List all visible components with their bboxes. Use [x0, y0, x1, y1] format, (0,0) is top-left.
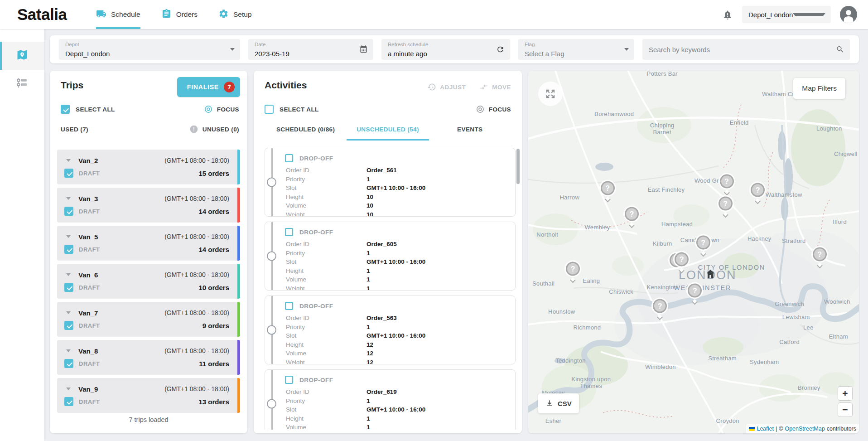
leaflet-link[interactable]: Leaflet: [757, 426, 774, 432]
depot-filter-select[interactable]: Depot Depot_London: [59, 39, 240, 60]
map-filters-button[interactable]: Map Filters: [793, 78, 845, 99]
map-marker[interactable]: ?: [599, 181, 616, 202]
activities-scrollbar-thumb[interactable]: [516, 149, 520, 184]
trip-checkbox[interactable]: [64, 283, 73, 292]
tab-events[interactable]: EVENTS: [429, 120, 511, 141]
activity-card[interactable]: DROP-OFFOrder IDOrder_605Priority1SlotGM…: [265, 222, 516, 291]
trip-checkbox[interactable]: [64, 359, 73, 368]
trip-row[interactable]: Van_9(GMT+1 08:00 - 18:00)DRAFT13 orders: [57, 378, 240, 413]
sidebar-item-map-view[interactable]: [0, 42, 44, 70]
question-marker-icon: ?: [653, 299, 667, 313]
activity-card[interactable]: DROP-OFFOrder IDOrder_563Priority1SlotGM…: [265, 296, 516, 364]
activity-field-row: Volume10: [286, 201, 515, 210]
trip-expand-caret-icon[interactable]: [66, 311, 71, 314]
field-value: 12: [366, 340, 373, 349]
trip-checkbox[interactable]: [64, 321, 73, 330]
map-marker[interactable]: ?: [652, 299, 668, 320]
tab-scheduled[interactable]: SCHEDULED (0/86): [265, 120, 347, 141]
question-marker-icon: ?: [696, 236, 710, 250]
activity-card[interactable]: DROP-OFFOrder IDOrder_619Priority1SlotGM…: [265, 369, 516, 430]
refresh-icon[interactable]: [496, 45, 505, 54]
timeline-node: [267, 252, 276, 261]
trip-expand-caret-icon[interactable]: [66, 349, 71, 352]
trip-checkbox[interactable]: [64, 245, 73, 254]
trip-checkbox[interactable]: [64, 397, 73, 406]
tab-unscheduled[interactable]: UNSCHEDULED (54): [347, 120, 429, 141]
csv-export-button[interactable]: CSV: [538, 393, 579, 413]
clipboard-icon: [161, 9, 172, 21]
trip-status-badge: DRAFT: [79, 322, 100, 329]
activities-select-all-checkbox[interactable]: [265, 105, 274, 114]
question-marker-icon: ?: [719, 197, 733, 211]
filter-bar: Depot Depot_London Date 2023-05-19 Refre…: [50, 35, 859, 63]
trip-status-badge: DRAFT: [79, 284, 100, 291]
map-marker[interactable]: ?: [811, 247, 828, 268]
date-filter-field[interactable]: Date 2023-05-19: [248, 39, 373, 60]
map-marker[interactable]: ?: [565, 262, 581, 282]
trips-list: Van_2(GMT+1 08:00 - 18:00)DRAFT15 orders…: [57, 150, 240, 413]
trip-expand-caret-icon[interactable]: [66, 235, 71, 238]
trip-checkbox[interactable]: [64, 207, 73, 216]
map-marker[interactable]: ?: [750, 183, 766, 204]
depot-filter-value: Depot_London: [65, 50, 222, 58]
trips-focus-button[interactable]: FOCUS: [204, 105, 239, 114]
chevron-down-icon: [793, 13, 825, 16]
depot-home-marker[interactable]: [705, 268, 716, 281]
trip-expand-caret-icon[interactable]: [66, 273, 71, 276]
trip-row[interactable]: Van_5(GMT+1 08:00 - 18:00)DRAFT14 orders: [57, 226, 240, 261]
trip-row[interactable]: Van_3(GMT+1 08:00 - 18:00)DRAFT14 orders: [57, 188, 240, 223]
trips-select-all-checkbox[interactable]: [61, 105, 70, 114]
search-input[interactable]: [649, 46, 832, 53]
map-fullscreen-button[interactable]: [538, 82, 563, 106]
map-marker[interactable]: ?: [687, 284, 703, 304]
osm-link[interactable]: OpenStreetMap: [785, 426, 825, 432]
depot-switcher-select[interactable]: Depot_London: [742, 6, 831, 23]
search-icon[interactable]: [836, 45, 844, 54]
map-marker[interactable]: ?: [717, 197, 733, 217]
trip-row[interactable]: Van_8(GMT+1 08:00 - 18:00)DRAFT11 orders: [57, 340, 240, 375]
refresh-schedule-field[interactable]: Refresh schedule a minute ago: [381, 39, 510, 60]
nav-tab-orders[interactable]: Orders: [161, 0, 198, 29]
map-marker[interactable]: ?: [623, 207, 640, 228]
activities-panel-title: Activities: [265, 80, 307, 91]
ukraine-flag-icon: [749, 427, 755, 431]
trip-status-badge: DRAFT: [79, 246, 100, 253]
zoom-out-button[interactable]: −: [838, 402, 853, 417]
map-canvas[interactable]: [528, 71, 859, 433]
field-label: Slot: [286, 184, 366, 193]
trip-checkbox[interactable]: [64, 169, 73, 178]
flag-filter-select[interactable]: Flag Select a Flag: [518, 39, 634, 60]
move-button[interactable]: MOVE: [479, 82, 511, 92]
calendar-icon[interactable]: [359, 45, 368, 54]
map-marker[interactable]: ?: [674, 252, 690, 273]
trip-expand-caret-icon[interactable]: [66, 388, 71, 390]
trip-expand-caret-icon[interactable]: [66, 197, 71, 200]
field-value: 1: [366, 323, 370, 332]
activity-checkbox[interactable]: [285, 376, 293, 384]
main-nav: Schedule Orders Setup: [96, 0, 252, 29]
nav-tab-setup[interactable]: Setup: [218, 0, 252, 29]
question-marker-icon: ?: [625, 207, 639, 221]
activities-focus-button[interactable]: FOCUS: [476, 105, 511, 114]
activity-checkbox[interactable]: [285, 154, 293, 162]
expand-arrows-icon: [545, 88, 556, 100]
activity-checkbox[interactable]: [285, 302, 293, 310]
adjust-button[interactable]: ADJUST: [427, 82, 466, 92]
activity-card[interactable]: DROP-OFFOrder IDOrder_561Priority1SlotGM…: [265, 148, 516, 217]
keyword-search-field[interactable]: [642, 39, 850, 60]
map-marker[interactable]: ?: [719, 174, 735, 195]
nav-tab-schedule[interactable]: Schedule: [96, 0, 140, 29]
user-avatar[interactable]: [840, 6, 857, 23]
trip-expand-caret-icon[interactable]: [66, 159, 71, 162]
zoom-in-button[interactable]: +: [838, 386, 853, 401]
trip-row[interactable]: Van_7(GMT+1 08:00 - 18:00)DRAFT9 orders: [57, 302, 240, 337]
finalise-button[interactable]: FINALISE 7: [177, 77, 240, 97]
nav-label-schedule: Schedule: [111, 10, 140, 19]
sidebar-item-gantt-view[interactable]: [0, 70, 44, 98]
trip-row[interactable]: Van_2(GMT+1 08:00 - 18:00)DRAFT15 orders: [57, 150, 240, 184]
map-marker[interactable]: ?: [695, 236, 711, 256]
app-logo: Satalia: [17, 5, 67, 24]
notification-bell-icon[interactable]: [722, 9, 733, 20]
activity-checkbox[interactable]: [285, 228, 293, 236]
trip-row[interactable]: Van_6(GMT+1 08:00 - 18:00)DRAFT10 orders: [57, 264, 240, 299]
